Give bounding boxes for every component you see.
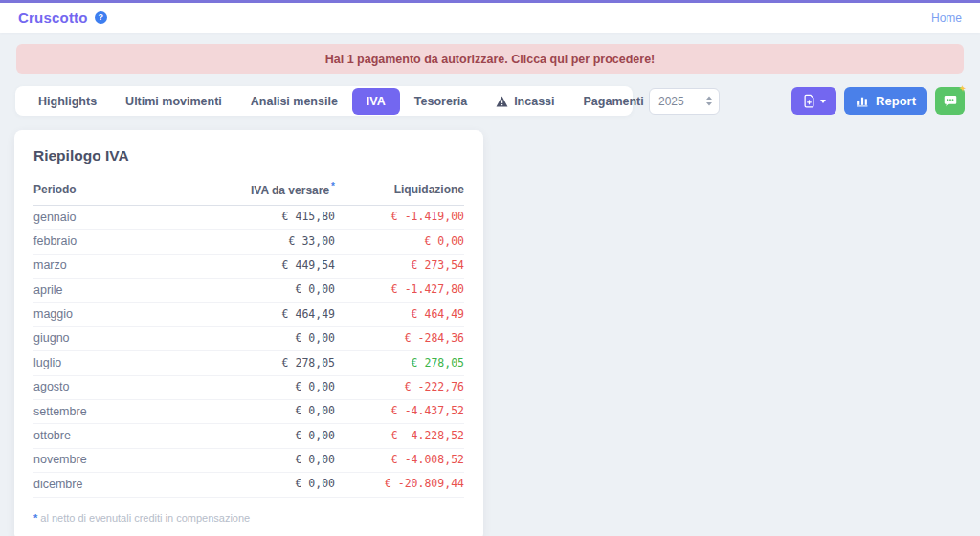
tab-tesoreria[interactable]: Tesoreria <box>400 88 481 115</box>
file-plus-icon <box>803 94 815 108</box>
alert-message: Hai 1 pagamento da autorizzare. Clicca q… <box>325 53 656 66</box>
table-row: giugno € 0,00 € -284,36 <box>33 326 464 350</box>
table-row: settembre € 0,00 € -4.437,52 <box>33 400 464 424</box>
chevron-down-icon <box>820 100 826 103</box>
footnote-mark-icon: * <box>331 181 335 191</box>
card-title: Riepilogo IVA <box>33 147 464 165</box>
home-link[interactable]: Home <box>931 11 962 25</box>
footnote-mark-icon: * <box>33 512 37 524</box>
table-row: dicembre € 0,00 € -20.809,44 <box>33 473 464 497</box>
top-bar: Cruscotto ? Home <box>0 0 980 33</box>
tab-iva[interactable]: IVA <box>352 88 400 115</box>
col-periodo: Periodo <box>33 175 197 206</box>
chat-bubble-icon <box>943 94 958 108</box>
riepilogo-iva-card: Riepilogo IVA Periodo IVA da versare* Li… <box>14 130 483 536</box>
page-title: Cruscotto <box>18 10 88 26</box>
tab-incassi[interactable]: Incassi <box>481 88 568 115</box>
controls-row: Highlights Ultimi movimenti Analisi mens… <box>15 86 965 116</box>
table-row: aprile € 0,00 € -1.427,80 <box>33 279 464 302</box>
warning-icon <box>496 96 508 107</box>
table-row: agosto € 0,00 € -222,76 <box>33 375 464 399</box>
table-row: novembre € 0,00 € -4.008,52 <box>33 448 464 472</box>
report-button[interactable]: Report <box>844 87 927 115</box>
table-row: gennaio € 415,80 € -1.419,00 <box>33 206 464 230</box>
iva-table: Periodo IVA da versare* Liquidazione gen… <box>33 175 464 498</box>
table-row: marzo € 449,54 € 273,54 <box>33 254 464 278</box>
tab-ultimi-movimenti[interactable]: Ultimi movimenti <box>111 88 236 115</box>
year-select[interactable]: 2025 <box>649 88 720 115</box>
bar-chart-icon <box>856 95 869 107</box>
help-icon[interactable]: ? <box>95 11 107 24</box>
tab-pagamenti[interactable]: Pagamenti <box>569 88 658 115</box>
table-row: ottobre € 0,00 € -4.228,52 <box>33 424 464 448</box>
tab-highlights[interactable]: Highlights <box>24 88 111 115</box>
table-row: maggio € 464,49 € 464,49 <box>33 302 464 326</box>
table-footnote: *al netto di evenutali crediti in compen… <box>33 512 464 524</box>
export-dropdown-button[interactable] <box>791 87 836 115</box>
col-iva-da-versare: IVA da versare* <box>197 175 335 206</box>
report-button-label: Report <box>876 94 916 108</box>
table-header-row: Periodo IVA da versare* Liquidazione <box>33 175 464 206</box>
table-row: febbraio € 33,00 € 0,00 <box>33 230 464 254</box>
tab-analisi-mensile[interactable]: Analisi mensile <box>236 88 352 115</box>
sparkle-icon: ✦ <box>959 83 967 94</box>
year-select-value: 2025 <box>658 95 684 108</box>
payment-authorization-alert[interactable]: Hai 1 pagamento da autorizzare. Clicca q… <box>16 44 964 74</box>
app-brand: Cruscotto ? <box>18 10 107 26</box>
action-buttons: Report ✦ <box>791 87 965 115</box>
tab-bar: Highlights Ultimi movimenti Analisi mens… <box>15 86 633 116</box>
chat-button[interactable]: ✦ <box>935 87 965 115</box>
col-liquidazione: Liquidazione <box>335 175 464 206</box>
select-stepper-icon <box>705 95 713 107</box>
table-row: luglio € 278,05 € 278,05 <box>33 351 464 375</box>
